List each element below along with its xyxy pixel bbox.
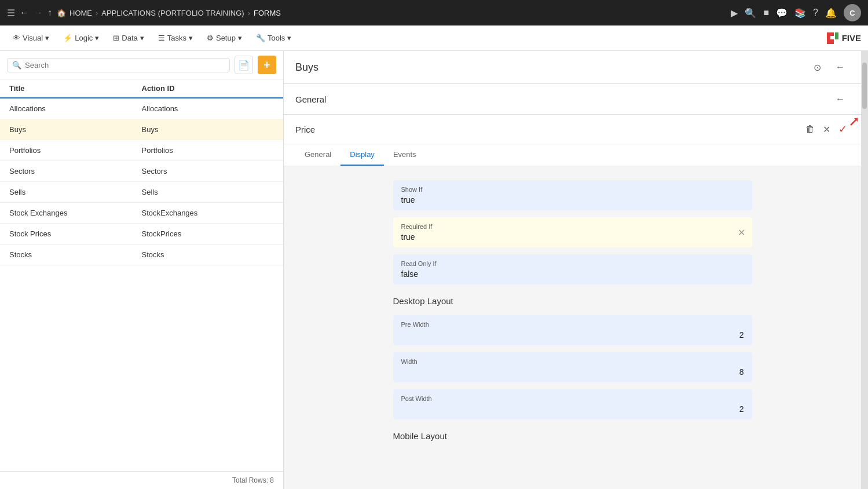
search-icon-sidebar: 🔍 bbox=[12, 61, 21, 70]
top-navigation: ☰ ← → ↑ 🏠 HOME › APPLICATIONS (PORTFOLIO… bbox=[0, 0, 868, 25]
pre-width-field[interactable]: Pre Width 2 bbox=[393, 315, 752, 345]
scroll-thumb bbox=[862, 63, 867, 109]
data-label: Data bbox=[122, 34, 137, 42]
avatar[interactable]: C bbox=[844, 4, 861, 21]
form-inner: Show If true Required If true ✕ Read Onl… bbox=[393, 180, 752, 475]
home-link[interactable]: HOME bbox=[69, 9, 92, 17]
read-only-if-value: false bbox=[401, 269, 744, 279]
show-if-field[interactable]: Show If true bbox=[393, 180, 752, 210]
setup-chevron: ▾ bbox=[238, 34, 242, 42]
table-footer: Total Rows: 8 bbox=[0, 471, 283, 489]
play-icon[interactable]: ▶ bbox=[731, 8, 738, 19]
table-row[interactable]: Stock PricesStockPrices bbox=[0, 224, 283, 244]
table-row[interactable]: Stock ExchangesStockExchanges bbox=[0, 203, 283, 224]
search-input[interactable] bbox=[25, 61, 225, 70]
general-collapse-icon[interactable]: ← bbox=[831, 90, 849, 108]
doc-button[interactable]: 📄 bbox=[235, 56, 253, 74]
forms-link[interactable]: FORMS bbox=[254, 9, 281, 17]
table-row[interactable]: StocksStocks bbox=[0, 244, 283, 265]
svg-marker-0 bbox=[827, 32, 834, 44]
show-if-value: true bbox=[401, 195, 744, 205]
data-icon: ⊞ bbox=[113, 34, 119, 42]
visual-menu[interactable]: 👁 Visual ▾ bbox=[7, 30, 55, 46]
post-width-field[interactable]: Post Width 2 bbox=[393, 389, 752, 419]
table-row[interactable]: SectorsSectors bbox=[0, 161, 283, 182]
help-icon[interactable]: ? bbox=[813, 8, 818, 18]
header-action-id: Action ID bbox=[142, 84, 274, 93]
home-icon: 🏠 bbox=[57, 9, 66, 17]
setup-menu[interactable]: ⚙ Setup ▾ bbox=[201, 30, 248, 46]
five-logo: FIVE bbox=[826, 31, 861, 45]
tasks-label: Tasks bbox=[167, 34, 186, 42]
breadcrumb-sep2: › bbox=[248, 9, 250, 17]
row-title: Stock Prices bbox=[9, 229, 142, 238]
red-arrow-indicator bbox=[848, 116, 860, 127]
row-title: Sells bbox=[9, 188, 142, 196]
mobile-layout-label: Mobile Layout bbox=[393, 431, 752, 441]
width-field[interactable]: Width 8 bbox=[393, 352, 752, 382]
tools-icon: 🔧 bbox=[256, 34, 265, 42]
required-if-clear-icon[interactable]: ✕ bbox=[738, 227, 745, 238]
tasks-icon: ☰ bbox=[158, 34, 165, 42]
bell-icon[interactable]: 🔔 bbox=[825, 8, 837, 19]
row-title: Stocks bbox=[9, 250, 142, 259]
tasks-menu[interactable]: ☰ Tasks ▾ bbox=[152, 30, 199, 46]
required-if-field[interactable]: Required If true ✕ bbox=[393, 217, 752, 247]
add-button[interactable]: + bbox=[258, 56, 276, 74]
content-area: Buys ⊙ ← General ← Price 🗑 ✕ ✓ bbox=[284, 51, 861, 489]
row-action-id: StockPrices bbox=[142, 229, 274, 238]
stop-icon[interactable]: ■ bbox=[763, 8, 769, 18]
five-logo-text: FIVE bbox=[842, 33, 861, 43]
forward-icon[interactable]: → bbox=[34, 8, 43, 18]
scroll-bar[interactable] bbox=[861, 51, 868, 489]
close-icon[interactable]: ✕ bbox=[821, 122, 833, 137]
table-row[interactable]: PortfoliosPortfolios bbox=[0, 140, 283, 161]
pre-width-label: Pre Width bbox=[401, 321, 744, 328]
delete-icon[interactable]: 🗑 bbox=[803, 122, 817, 137]
post-width-value: 2 bbox=[401, 404, 744, 414]
required-if-label: Required If bbox=[401, 223, 744, 230]
app-link[interactable]: APPLICATIONS (PORTFOLIO TRAINING) bbox=[101, 9, 244, 17]
logic-menu[interactable]: ⚡ Logic ▾ bbox=[57, 30, 105, 46]
chat-icon[interactable]: 💬 bbox=[776, 8, 788, 19]
table-row[interactable]: SellsSells bbox=[0, 182, 283, 203]
read-only-if-field[interactable]: Read Only If false bbox=[393, 254, 752, 284]
logic-chevron: ▾ bbox=[95, 34, 99, 42]
tab-display[interactable]: Display bbox=[340, 144, 384, 166]
visual-label: Visual bbox=[23, 34, 43, 42]
search-icon[interactable]: 🔍 bbox=[745, 8, 756, 19]
gear-icon: ⚙ bbox=[207, 34, 214, 42]
form-content: Show If true Required If true ✕ Read Onl… bbox=[284, 166, 861, 489]
check-icon[interactable]: ✓ bbox=[836, 121, 849, 138]
tab-general[interactable]: General bbox=[295, 144, 340, 166]
row-title: Buys bbox=[9, 125, 142, 134]
tab-events[interactable]: Events bbox=[384, 144, 426, 166]
data-chevron: ▾ bbox=[140, 34, 144, 42]
table-row[interactable]: BuysBuys bbox=[0, 119, 283, 140]
show-if-label: Show If bbox=[401, 186, 744, 193]
menu-icon[interactable]: ☰ bbox=[7, 8, 15, 19]
sidebar: 🔍 📄 + Title Action ID AllocationsAllocat… bbox=[0, 51, 284, 489]
book-icon[interactable]: 📚 bbox=[794, 8, 806, 19]
header-actions: ⊙ ← bbox=[808, 58, 849, 76]
back-arrow-icon[interactable]: ← bbox=[831, 58, 849, 76]
row-action-id: Buys bbox=[142, 125, 274, 134]
content-header: Buys ⊙ ← bbox=[284, 51, 861, 84]
data-menu[interactable]: ⊞ Data ▾ bbox=[107, 30, 149, 46]
row-title: Portfolios bbox=[9, 146, 142, 155]
refresh-icon[interactable]: ⊙ bbox=[808, 58, 826, 76]
page-title: Buys bbox=[295, 61, 318, 74]
back-icon[interactable]: ← bbox=[20, 8, 29, 18]
search-box[interactable]: 🔍 bbox=[7, 58, 230, 72]
general-label: General bbox=[295, 94, 326, 104]
price-section-header: Price 🗑 ✕ ✓ bbox=[284, 115, 861, 144]
general-section-header: General ← bbox=[284, 84, 861, 115]
read-only-if-label: Read Only If bbox=[401, 260, 744, 267]
table-row[interactable]: AllocationsAllocations bbox=[0, 98, 283, 119]
row-action-id: StockExchanges bbox=[142, 209, 274, 217]
tools-label: Tools bbox=[268, 34, 285, 42]
width-label: Width bbox=[401, 358, 744, 365]
row-title: Allocations bbox=[9, 104, 142, 113]
up-icon[interactable]: ↑ bbox=[47, 8, 52, 18]
tools-menu[interactable]: 🔧 Tools ▾ bbox=[250, 30, 297, 46]
